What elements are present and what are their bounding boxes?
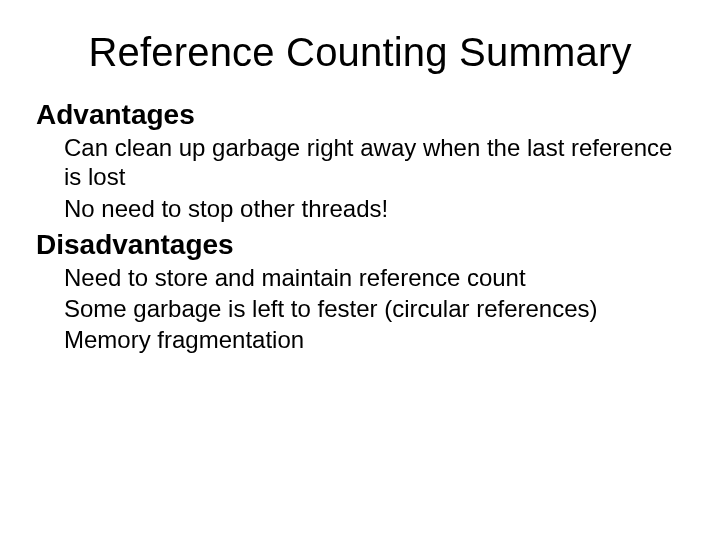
section-body-disadvantages: Need to store and maintain reference cou… bbox=[64, 263, 684, 355]
section-heading-advantages: Advantages bbox=[36, 99, 684, 131]
list-item: Can clean up garbage right away when the… bbox=[64, 133, 684, 192]
list-item-text: No need to stop other threads! bbox=[64, 195, 388, 222]
list-item-text: Memory fragmentation bbox=[64, 326, 304, 353]
list-item: Memory fragmentation bbox=[64, 325, 684, 354]
section-body-advantages: Can clean up garbage right away when the… bbox=[64, 133, 684, 223]
list-item-text: Can clean up garbage right away when the… bbox=[64, 134, 672, 190]
slide-title: Reference Counting Summary bbox=[36, 30, 684, 75]
section-heading-disadvantages: Disadvantages bbox=[36, 229, 684, 261]
list-item: No need to stop other threads! bbox=[64, 194, 684, 223]
list-item-text: Need to store and maintain reference cou… bbox=[64, 264, 526, 291]
list-item: Need to store and maintain reference cou… bbox=[64, 263, 684, 292]
slide: Reference Counting Summary Advantages Ca… bbox=[0, 0, 720, 540]
list-item-text: Some garbage is left to fester (circular… bbox=[64, 295, 598, 322]
list-item: Some garbage is left to fester (circular… bbox=[64, 294, 684, 323]
